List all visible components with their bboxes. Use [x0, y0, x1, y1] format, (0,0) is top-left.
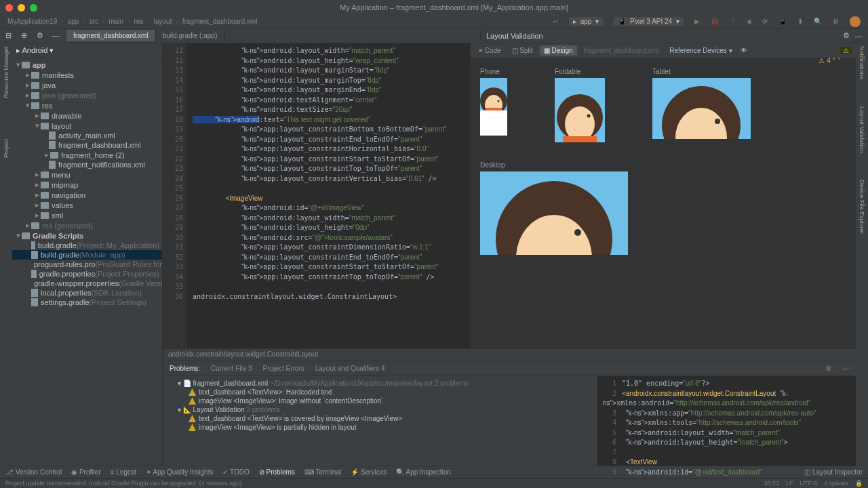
- select-icon[interactable]: ⊕: [21, 31, 30, 40]
- problems-tab[interactable]: Problems:: [170, 365, 200, 372]
- preview-desktop[interactable]: Desktop: [480, 161, 846, 255]
- search-icon[interactable]: 🔍: [814, 18, 822, 25]
- tool-version-control[interactable]: ⎇ Version Control: [5, 468, 62, 476]
- caret-position[interactable]: 35:53: [764, 480, 779, 487]
- mode-split[interactable]: ◫ Split: [508, 45, 537, 56]
- problems-snippet[interactable]: 1"1.0" encoding="utf-8"?>2<androidx.cons…: [597, 376, 856, 466]
- tree-values[interactable]: ▸values: [12, 200, 162, 210]
- tool-services[interactable]: ⚡ Services: [351, 468, 387, 476]
- tree-gradle-wrapper[interactable]: gradle-wrapper.properties (Gradle Versio…: [12, 279, 162, 288]
- tool-logcat[interactable]: ≡ Logcat: [111, 468, 137, 476]
- inspection-badge[interactable]: ⚠: [840, 47, 852, 54]
- tool-project[interactable]: Project: [3, 139, 9, 158]
- problem-group-validation[interactable]: ▾ 📐 Layout Validation 2 problems: [163, 405, 597, 414]
- code-area[interactable]: "k-ns">android:layout_width="match_paren…: [187, 43, 470, 348]
- tree-java-gen[interactable]: ▸java (generated): [12, 90, 162, 100]
- sdk-icon[interactable]: ⬇: [797, 18, 803, 25]
- tree-drawable[interactable]: ▸drawable: [12, 110, 162, 121]
- avd-icon[interactable]: 📱: [778, 18, 787, 25]
- editor-inspection-badge[interactable]: ⚠ 4 ^ ˅: [818, 57, 841, 64]
- tree-menu[interactable]: ▸menu: [12, 169, 162, 180]
- tree-fragment-dashboard[interactable]: fragment_dashboard.xml: [12, 140, 162, 150]
- tool-resource-manager[interactable]: Resource Manager: [3, 46, 9, 98]
- tree-fragment-notifications[interactable]: fragment_notifications.xml: [12, 160, 162, 169]
- current-file-tab[interactable]: Current File 3: [211, 365, 252, 372]
- back-icon[interactable]: ↩: [553, 18, 558, 25]
- preview-tablet[interactable]: Tablet: [652, 68, 751, 142]
- tree-manifests[interactable]: ▸manifests: [12, 70, 162, 80]
- problem-item[interactable]: imageView <ImageView> is partially hidde…: [163, 423, 597, 432]
- tree-fragment-home[interactable]: ▸fragment_home (2): [12, 150, 162, 160]
- hide-icon[interactable]: —: [52, 31, 61, 40]
- lock-icon[interactable]: 🔒: [855, 480, 863, 487]
- collapse-icon[interactable]: ⊟: [5, 31, 14, 40]
- tab-fragment-dashboard[interactable]: fragment_dashboard.xml: [66, 30, 156, 41]
- tool-layout-inspector[interactable]: ◫ Layout Inspector: [804, 468, 863, 476]
- window-controls[interactable]: [5, 4, 37, 12]
- tree-gradle-properties[interactable]: gradle.properties (Project Properties): [12, 269, 162, 279]
- left-tool-strip: Resource Manager Project: [0, 43, 12, 466]
- tree-build-gradle-module[interactable]: build.gradle (Module :app): [12, 250, 162, 260]
- tool-profiler[interactable]: ◉ Profiler: [71, 468, 100, 476]
- tree-mipmap[interactable]: ▸mipmap: [12, 180, 162, 190]
- encoding[interactable]: UTF-8: [800, 480, 817, 487]
- device-selector[interactable]: 📱 Pixel 3 API 24 ▾: [614, 17, 684, 26]
- tool-app-quality[interactable]: ✦ App Quality Insights: [146, 468, 213, 476]
- avatar[interactable]: [850, 16, 861, 27]
- tree-gradle-scripts[interactable]: ▾Gradle Scripts: [12, 230, 162, 241]
- project-view-dropdown[interactable]: ▸ Android ▾: [16, 46, 54, 55]
- status-message[interactable]: Project update recommended: Android Grad…: [5, 480, 241, 487]
- sync-icon[interactable]: ⟳: [762, 18, 768, 25]
- problem-item[interactable]: imageView <ImageView>: Image without `co…: [163, 396, 597, 405]
- stop-icon[interactable]: ■: [747, 18, 751, 25]
- tree-navigation[interactable]: ▸navigation: [12, 190, 162, 200]
- tool-terminal[interactable]: ⌨ Terminal: [304, 468, 341, 476]
- mode-design[interactable]: ▦ Design: [540, 45, 577, 56]
- preview-foldable[interactable]: Foldable: [555, 68, 605, 142]
- tool-layout-validation[interactable]: Layout Validation: [859, 106, 865, 152]
- tree-local-properties[interactable]: local.properties (SDK Location): [12, 288, 162, 298]
- problem-item[interactable]: text_dashboard <TextView>: Hardcoded tex…: [163, 388, 597, 396]
- preview-phone[interactable]: Phone . . . . . . .: [480, 68, 507, 142]
- svg-rect-2: [486, 108, 502, 110]
- svg-point-10: [715, 119, 720, 124]
- indent[interactable]: 4 spaces: [824, 480, 848, 487]
- tree-app[interactable]: ▾app: [12, 60, 162, 70]
- tool-device-file-explorer[interactable]: Device File Explorer: [859, 180, 865, 235]
- run-icon[interactable]: ▶: [694, 18, 700, 25]
- problems-gear-icon[interactable]: ⚙: [825, 365, 831, 372]
- more-run-icon[interactable]: ⋮: [730, 18, 736, 25]
- layout-validation-hide-icon[interactable]: —: [855, 32, 863, 40]
- layout-validation-gear-icon[interactable]: ⚙: [843, 31, 850, 40]
- tree-build-gradle-project[interactable]: build.gradle (Project: My_Application): [12, 241, 162, 250]
- problem-group-file[interactable]: ▾ 📄 fragment_dashboard.xml ~/Downloads/M…: [163, 379, 597, 388]
- tool-todo[interactable]: ✓ TODO: [222, 468, 249, 476]
- status-bar: Project update recommended: Android Grad…: [0, 478, 868, 488]
- reference-devices-dropdown[interactable]: Reference Devices ▾: [669, 47, 732, 54]
- tool-notifications[interactable]: Notifications: [859, 46, 865, 79]
- gear-icon[interactable]: ⚙: [37, 31, 45, 40]
- breadcrumb: MyApplication19› app› src› main› res› la…: [0, 15, 868, 28]
- code-editor[interactable]: 1112131415161718192021222324252627282930…: [163, 43, 471, 348]
- tree-xml[interactable]: ▸xml: [12, 210, 162, 220]
- gear-icon[interactable]: ⚙: [833, 18, 839, 25]
- eye-icon[interactable]: 👁: [741, 47, 747, 54]
- debug-icon[interactable]: 🐞: [711, 18, 719, 25]
- tool-problems[interactable]: ⊘ Problems: [259, 468, 295, 476]
- module-selector[interactable]: ▸ app ▾: [569, 17, 603, 26]
- tree-proguard[interactable]: proguard-rules.pro (ProGuard Rules for "…: [12, 260, 162, 269]
- problem-item[interactable]: text_dashboard <TextView> is covered by …: [163, 414, 597, 423]
- tree-res[interactable]: ▾res: [12, 100, 162, 110]
- tab-build-gradle[interactable]: build.gradle (:app): [156, 30, 225, 41]
- layout-qualifiers-tab[interactable]: Layout and Qualifiers 4: [315, 365, 385, 372]
- tree-res-gen[interactable]: ▸res (generated): [12, 220, 162, 230]
- project-errors-tab[interactable]: Project Errors: [263, 365, 304, 372]
- problems-hide-icon[interactable]: —: [842, 365, 849, 372]
- tree-settings-gradle[interactable]: settings.gradle (Project Settings): [12, 298, 162, 307]
- line-ending[interactable]: LF: [786, 480, 793, 487]
- tree-layout[interactable]: ▾layout: [12, 121, 162, 131]
- mode-code[interactable]: ≡ Code: [475, 45, 505, 56]
- tree-java[interactable]: ▸java: [12, 80, 162, 90]
- tree-activity-main[interactable]: activity_main.xml: [12, 131, 162, 140]
- tool-app-inspection[interactable]: 🔍 App Inspection: [396, 468, 450, 476]
